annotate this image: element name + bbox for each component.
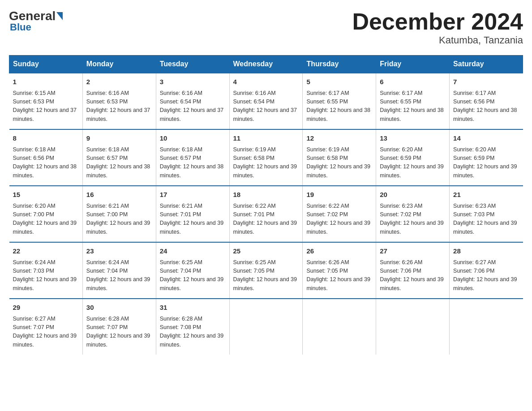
calendar-cell: 20Sunrise: 6:23 AMSunset: 7:02 PMDayligh… (376, 186, 450, 242)
logo-blue-text: Blue (10, 21, 31, 33)
calendar-cell: 9Sunrise: 6:18 AMSunset: 6:57 PMDaylight… (82, 129, 156, 186)
calendar-cell: 3Sunrise: 6:16 AMSunset: 6:54 PMDaylight… (156, 73, 229, 129)
day-info: Sunrise: 6:27 AMSunset: 7:06 PMDaylight:… (453, 258, 519, 293)
day-info: Sunrise: 6:17 AMSunset: 6:56 PMDaylight:… (453, 89, 519, 124)
day-number: 25 (233, 246, 299, 257)
calendar-cell: 29Sunrise: 6:27 AMSunset: 7:07 PMDayligh… (9, 299, 83, 355)
day-number: 12 (306, 133, 372, 144)
day-info: Sunrise: 6:20 AMSunset: 6:59 PMDaylight:… (453, 146, 519, 180)
day-number: 11 (233, 133, 299, 144)
day-info: Sunrise: 6:25 AMSunset: 7:04 PMDaylight:… (160, 258, 226, 293)
day-info: Sunrise: 6:23 AMSunset: 7:03 PMDaylight:… (453, 202, 519, 237)
day-info: Sunrise: 6:16 AMSunset: 6:53 PMDaylight:… (86, 89, 152, 124)
day-info: Sunrise: 6:22 AMSunset: 7:01 PMDaylight:… (233, 202, 299, 237)
logo-arrow-icon (56, 12, 63, 20)
day-number: 29 (13, 303, 79, 313)
calendar-cell (376, 299, 450, 355)
day-info: Sunrise: 6:20 AMSunset: 7:00 PMDaylight:… (13, 202, 79, 237)
calendar-cell: 31Sunrise: 6:28 AMSunset: 7:08 PMDayligh… (156, 299, 229, 355)
calendar-cell: 8Sunrise: 6:18 AMSunset: 6:56 PMDaylight… (9, 129, 83, 186)
day-info: Sunrise: 6:24 AMSunset: 7:03 PMDaylight:… (13, 258, 79, 293)
calendar-week-row: 8Sunrise: 6:18 AMSunset: 6:56 PMDaylight… (9, 129, 523, 186)
day-number: 28 (453, 246, 519, 257)
calendar-cell: 11Sunrise: 6:19 AMSunset: 6:58 PMDayligh… (229, 129, 303, 186)
day-number: 3 (160, 77, 226, 87)
calendar-cell: 28Sunrise: 6:27 AMSunset: 7:06 PMDayligh… (450, 242, 523, 299)
col-header-thursday: Thursday (303, 56, 376, 73)
day-number: 16 (86, 190, 152, 200)
calendar-cell: 4Sunrise: 6:16 AMSunset: 6:54 PMDaylight… (229, 73, 303, 129)
day-info: Sunrise: 6:19 AMSunset: 6:58 PMDaylight:… (233, 146, 299, 180)
calendar-week-row: 29Sunrise: 6:27 AMSunset: 7:07 PMDayligh… (9, 299, 523, 355)
calendar-cell: 21Sunrise: 6:23 AMSunset: 7:03 PMDayligh… (450, 186, 523, 242)
day-number: 14 (453, 133, 519, 144)
day-info: Sunrise: 6:27 AMSunset: 7:07 PMDaylight:… (13, 315, 79, 350)
calendar-cell: 26Sunrise: 6:26 AMSunset: 7:05 PMDayligh… (303, 242, 376, 299)
calendar-cell: 7Sunrise: 6:17 AMSunset: 6:56 PMDaylight… (450, 73, 523, 129)
calendar-cell: 19Sunrise: 6:22 AMSunset: 7:02 PMDayligh… (303, 186, 376, 242)
day-number: 27 (380, 246, 446, 257)
day-info: Sunrise: 6:20 AMSunset: 6:59 PMDaylight:… (380, 146, 446, 180)
location-title: Katumba, Tanzania (352, 34, 523, 46)
day-info: Sunrise: 6:16 AMSunset: 6:54 PMDaylight:… (160, 89, 226, 124)
month-title: December 2024 (352, 9, 523, 34)
col-header-tuesday: Tuesday (156, 56, 229, 73)
calendar-cell: 22Sunrise: 6:24 AMSunset: 7:03 PMDayligh… (9, 242, 83, 299)
day-info: Sunrise: 6:17 AMSunset: 6:55 PMDaylight:… (306, 89, 372, 124)
day-number: 20 (380, 190, 446, 200)
day-info: Sunrise: 6:18 AMSunset: 6:57 PMDaylight:… (86, 146, 152, 180)
day-info: Sunrise: 6:19 AMSunset: 6:58 PMDaylight:… (306, 146, 372, 180)
day-number: 22 (13, 246, 79, 257)
day-info: Sunrise: 6:25 AMSunset: 7:05 PMDaylight:… (233, 258, 299, 293)
calendar-cell: 5Sunrise: 6:17 AMSunset: 6:55 PMDaylight… (303, 73, 376, 129)
col-header-wednesday: Wednesday (229, 56, 303, 73)
title-block: December 2024 Katumba, Tanzania (352, 9, 523, 46)
day-number: 10 (160, 133, 226, 144)
day-number: 4 (233, 77, 299, 87)
day-info: Sunrise: 6:16 AMSunset: 6:54 PMDaylight:… (233, 89, 299, 124)
col-header-saturday: Saturday (450, 56, 523, 73)
calendar-cell: 15Sunrise: 6:20 AMSunset: 7:00 PMDayligh… (9, 186, 83, 242)
day-number: 30 (86, 303, 152, 313)
calendar-cell: 12Sunrise: 6:19 AMSunset: 6:58 PMDayligh… (303, 129, 376, 186)
day-info: Sunrise: 6:21 AMSunset: 7:01 PMDaylight:… (160, 202, 226, 237)
day-info: Sunrise: 6:18 AMSunset: 6:57 PMDaylight:… (160, 146, 226, 180)
calendar-cell: 25Sunrise: 6:25 AMSunset: 7:05 PMDayligh… (229, 242, 303, 299)
calendar-cell: 30Sunrise: 6:28 AMSunset: 7:07 PMDayligh… (82, 299, 156, 355)
calendar-week-row: 1Sunrise: 6:15 AMSunset: 6:53 PMDaylight… (9, 73, 523, 129)
day-number: 1 (13, 77, 79, 87)
logo: General Blue (9, 9, 64, 33)
calendar-table: SundayMondayTuesdayWednesdayThursdayFrid… (9, 55, 523, 355)
day-info: Sunrise: 6:26 AMSunset: 7:05 PMDaylight:… (306, 258, 372, 293)
day-number: 24 (160, 246, 226, 257)
day-number: 17 (160, 190, 226, 200)
page-header: General Blue December 2024 Katumba, Tanz… (9, 9, 523, 46)
col-header-friday: Friday (376, 56, 450, 73)
day-number: 2 (86, 77, 152, 87)
day-info: Sunrise: 6:21 AMSunset: 7:00 PMDaylight:… (86, 202, 152, 237)
day-number: 26 (306, 246, 372, 257)
calendar-cell: 16Sunrise: 6:21 AMSunset: 7:00 PMDayligh… (82, 186, 156, 242)
day-info: Sunrise: 6:28 AMSunset: 7:07 PMDaylight:… (86, 315, 152, 350)
day-number: 31 (160, 303, 226, 313)
col-header-sunday: Sunday (9, 56, 83, 73)
day-number: 7 (453, 77, 519, 87)
day-number: 8 (13, 133, 79, 144)
calendar-cell: 18Sunrise: 6:22 AMSunset: 7:01 PMDayligh… (229, 186, 303, 242)
calendar-cell: 14Sunrise: 6:20 AMSunset: 6:59 PMDayligh… (450, 129, 523, 186)
day-number: 19 (306, 190, 372, 200)
day-info: Sunrise: 6:18 AMSunset: 6:56 PMDaylight:… (13, 146, 79, 180)
day-info: Sunrise: 6:26 AMSunset: 7:06 PMDaylight:… (380, 258, 446, 293)
calendar-cell (303, 299, 376, 355)
calendar-week-row: 22Sunrise: 6:24 AMSunset: 7:03 PMDayligh… (9, 242, 523, 299)
calendar-header-row: SundayMondayTuesdayWednesdayThursdayFrid… (9, 56, 523, 73)
day-number: 23 (86, 246, 152, 257)
calendar-cell: 27Sunrise: 6:26 AMSunset: 7:06 PMDayligh… (376, 242, 450, 299)
calendar-cell (450, 299, 523, 355)
day-info: Sunrise: 6:22 AMSunset: 7:02 PMDaylight:… (306, 202, 372, 237)
calendar-cell: 6Sunrise: 6:17 AMSunset: 6:55 PMDaylight… (376, 73, 450, 129)
calendar-cell: 23Sunrise: 6:24 AMSunset: 7:04 PMDayligh… (82, 242, 156, 299)
day-info: Sunrise: 6:17 AMSunset: 6:55 PMDaylight:… (380, 89, 446, 124)
calendar-cell: 24Sunrise: 6:25 AMSunset: 7:04 PMDayligh… (156, 242, 229, 299)
day-number: 13 (380, 133, 446, 144)
